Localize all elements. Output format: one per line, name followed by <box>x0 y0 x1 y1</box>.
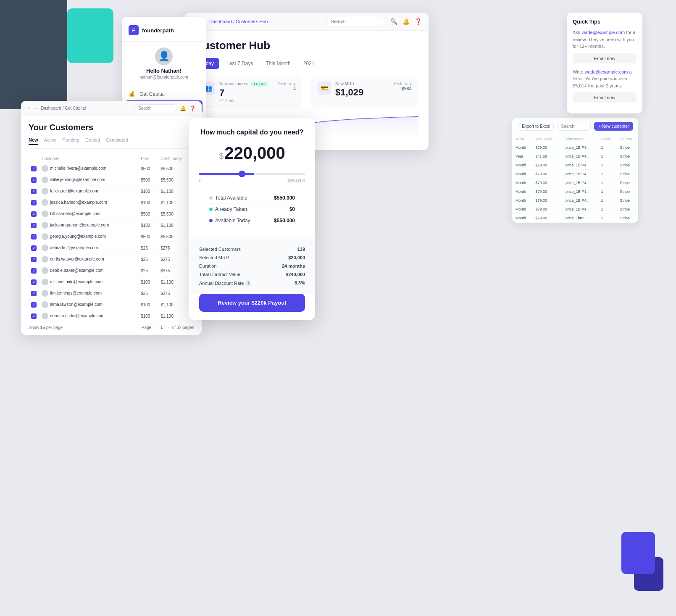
pg-right-arrow[interactable]: → <box>166 325 170 330</box>
table-row[interactable]: ✓ alma.lawson@example.com $100 $1,100 <box>29 299 194 311</box>
row-checkbox[interactable]: ✓ <box>29 163 39 174</box>
ct-table-row[interactable]: Month $79.00 price_1BrP4... 1 Stripe <box>512 170 638 179</box>
table-row[interactable]: ✓ georgia.young@example.com $500 $5,500 <box>29 231 194 242</box>
ct-table-row[interactable]: Year $41.58 price_1BrP4... 1 Stripe <box>512 152 638 161</box>
review-payout-btn[interactable]: Review your $220k Payout <box>199 294 305 312</box>
ct-term: Month <box>512 214 532 223</box>
pg-left-arrow[interactable]: ← <box>154 325 158 330</box>
row-plan: $100 <box>138 220 158 231</box>
capital-slider[interactable] <box>199 173 305 175</box>
ct-paid: $79.00 <box>532 214 562 223</box>
get-capital-icon: 💰 <box>129 91 135 97</box>
row-plan: $25 <box>138 242 158 254</box>
row-checkbox[interactable]: ✓ <box>29 197 39 208</box>
ct-table-row[interactable]: Month $79.00 price_1BrP4... 1 Stripe <box>512 205 638 214</box>
hub-search-input[interactable] <box>326 17 385 26</box>
row-plan: $100 <box>138 276 158 288</box>
ct-plan: price_1brnI... <box>562 214 597 223</box>
cw-tab-completed[interactable]: Completed <box>106 137 128 145</box>
cw-bell-icon[interactable]: 🔔 <box>180 105 186 111</box>
cw-table: Customer Plan Cash today ✓ michelle.rive… <box>29 155 194 322</box>
export-excel-btn[interactable]: Export to Excel <box>518 122 554 131</box>
info-icon[interactable]: i <box>245 280 251 286</box>
table-row[interactable]: ✓ debbie.baker@example.com $25 $275 <box>29 265 194 276</box>
user-email: nathan@founderpath.com <box>139 75 188 79</box>
row-checkbox[interactable]: ✓ <box>29 276 39 288</box>
quick-tip-2-link[interactable]: wade@example.com <box>585 69 628 74</box>
dark-panel <box>0 0 67 109</box>
cw-tab-new[interactable]: New <box>29 137 38 145</box>
mrr-yesterday: Yesterday $584 <box>393 82 412 91</box>
table-row[interactable]: ✓ bill.sanders@example.com $500 $5,500 <box>29 208 194 220</box>
table-row[interactable]: ✓ jackson.graham@example.com $100 $1,100 <box>29 220 194 231</box>
ct-table-row[interactable]: Month $79.00 price_1BrP4... 1 Stripe <box>512 179 638 187</box>
customers-window: ← → Dashboard / Get Capital 🔔 ❓ Your Cus… <box>21 101 202 335</box>
cw-tab-active[interactable]: Active <box>44 137 57 145</box>
row-checkbox[interactable]: ✓ <box>29 299 39 311</box>
table-row[interactable]: ✓ michelle.rivera@example.com $500 $5,50… <box>29 163 194 174</box>
ct-table-row[interactable]: Month $79.00 price_1BrP4... 1 Stripe <box>512 196 638 205</box>
row-email: alma.lawson@example.com <box>39 299 138 311</box>
row-checkbox[interactable]: ✓ <box>29 311 39 322</box>
table-row[interactable]: ✓ felicia.reid@example.com $100 $1,100 <box>29 186 194 197</box>
cw-tab-pending[interactable]: Pending <box>63 137 79 145</box>
mrr-yesterday-label: Yesterday <box>393 82 412 86</box>
ct-seats: 1 <box>597 170 616 179</box>
stat-new-customers: 👥 New customers +13.4% 7 9:11 am Yesterd… <box>195 76 302 108</box>
table-row[interactable]: ✓ debra.holt@example.com $25 $275 <box>29 242 194 254</box>
search-icon[interactable]: 🔍 <box>390 18 397 25</box>
row-email: debra.holt@example.com <box>39 242 138 254</box>
bell-icon[interactable]: 🔔 <box>402 18 410 25</box>
capital-question: How much capital do you need? <box>199 128 305 137</box>
new-mrr-value: $1,029 <box>335 87 363 98</box>
row-email: tim.jennings@example.com <box>39 288 138 299</box>
stat-available-today: Available Today $550,000 <box>209 215 295 226</box>
row-checkbox[interactable]: ✓ <box>29 231 39 242</box>
row-checkbox[interactable]: ✓ <box>29 254 39 265</box>
quick-tip-1-link[interactable]: wade@example.com <box>581 30 625 35</box>
row-plan: $500 <box>138 163 158 174</box>
cw-help-icon[interactable]: ❓ <box>189 105 196 111</box>
row-checkbox[interactable]: ✓ <box>29 186 39 197</box>
table-row[interactable]: ✓ willie.jennings@example.com $500 $5,50… <box>29 174 194 186</box>
new-customer-btn[interactable]: + New customer <box>594 122 633 131</box>
row-checkbox[interactable]: ✓ <box>29 265 39 276</box>
user-greeting: Hello Nathan! <box>146 68 181 74</box>
email-now-btn-2[interactable]: Email now <box>573 92 637 103</box>
cw-search-input[interactable] <box>134 104 176 112</box>
tab-this-month[interactable]: This Month <box>260 58 296 69</box>
cw-tab-denied[interactable]: Denied <box>85 137 100 145</box>
stat-total-label: Total Available <box>209 195 247 201</box>
ct-table-row[interactable]: Month $79.00 price_1BrP4... 1 Stripe <box>512 161 638 170</box>
row-checkbox[interactable]: ✓ <box>29 208 39 220</box>
ct-table-row[interactable]: Month $79.00 price_1BrP4... 1 Stripe <box>512 187 638 196</box>
row-checkbox[interactable]: ✓ <box>29 220 39 231</box>
col-customer: Customer <box>39 155 138 163</box>
row-checkbox[interactable]: ✓ <box>29 242 39 254</box>
ct-search-input[interactable] <box>557 122 591 131</box>
row-checkbox[interactable]: ✓ <box>29 174 39 186</box>
table-row[interactable]: ✓ deanna.curtis@example.com $100 $1,100 <box>29 311 194 322</box>
table-row[interactable]: ✓ jessica.hanson@example.com $100 $1,100 <box>29 197 194 208</box>
email-now-btn-1[interactable]: Email now <box>573 53 637 63</box>
sidebar-user: 👤 Hello Nathan! nathan@founderpath.com <box>122 42 206 84</box>
tab-2021[interactable]: 2021 <box>298 58 320 69</box>
ct-term: Month <box>512 161 532 170</box>
ct-table-row[interactable]: Month $79.00 price_1brnI... 1 Stripe <box>512 214 638 223</box>
table-row[interactable]: ✓ curtis.weaver@example.com $25 $275 <box>29 254 194 265</box>
sidebar-item-get-capital[interactable]: 💰 Get Capital <box>122 87 206 100</box>
table-row[interactable]: ✓ tim.jennings@example.com $25 $275 <box>29 288 194 299</box>
total-available-text: Total Available <box>215 195 247 201</box>
quick-tips-panel: Quick Tips Ask wade@example.com for a re… <box>567 13 642 113</box>
row-checkbox[interactable]: ✓ <box>29 288 39 299</box>
avatar-icon: 👤 <box>158 51 170 62</box>
ct-seats: 1 <box>597 196 616 205</box>
ct-table-row[interactable]: Month $79.00 price_1BrP4... 1 Stripe <box>512 143 638 152</box>
help-icon[interactable]: ❓ <box>415 18 422 25</box>
table-row[interactable]: ✓ michael.mitc@example.com $100 $1,100 <box>29 276 194 288</box>
cw-forward-arrow[interactable]: → <box>33 106 37 111</box>
row-plan: $500 <box>138 174 158 186</box>
new-customers-sub: 9:11 am <box>219 98 268 103</box>
tab-last7[interactable]: Last 7 Days <box>221 58 258 69</box>
cw-back-arrow[interactable]: ← <box>27 106 31 111</box>
